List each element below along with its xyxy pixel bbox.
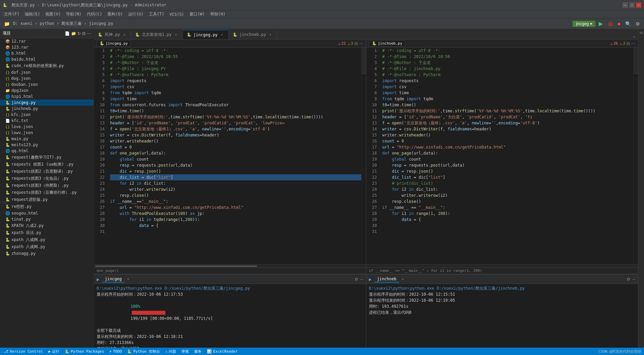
sidebar-item-meitupy[interactable]: 🐍meitu123.py	[0, 142, 94, 148]
sidebar-item-12rar[interactable]: 📦12.rar	[0, 38, 94, 44]
right-pane-settings-btn[interactable]: ⋯	[631, 41, 635, 46]
right-terminal-tab-jinchneb[interactable]: jinchneb	[374, 276, 399, 283]
left-terminal-tab-close[interactable]: ×	[127, 277, 129, 281]
left-code-lines[interactable]: # -*- coding = utf-8 -*- # -*-@Time : 20…	[107, 48, 361, 264]
sidebar-refresh-btn[interactable]: ↻	[77, 31, 81, 36]
tab-sishenly[interactable]: 🐍 死神.py ×	[94, 30, 131, 39]
sidebar-item-dofjson[interactable]: {}dof.json	[0, 69, 94, 75]
tab-jinchneb-close[interactable]: ×	[268, 32, 273, 37]
right-minimap-slider[interactable]	[634, 48, 638, 74]
right-terminal-content[interactable]: D:\xuexi2\python\python.exe D:/xuexi/pyt…	[366, 284, 638, 348]
tab-overflow-btn[interactable]: ⋯	[630, 35, 638, 39]
tab-jincgeg[interactable]: 🐍 jincgeg.py ×	[183, 30, 229, 39]
sidebar-item-sougouhtml[interactable]: 🌐sougou.html	[0, 210, 94, 216]
right-terminal-tab-close[interactable]: ×	[402, 277, 404, 281]
minimap-slider[interactable]	[362, 48, 366, 74]
status-excel-reader[interactable]: 📊 ExcelReader	[206, 349, 239, 354]
left-terminal-content[interactable]: D:\xuexi2\python\python.exe D:/xuexi/pyt…	[94, 284, 366, 348]
sidebar-item-123rar[interactable]: 📦123.rar	[0, 44, 94, 50]
tab-jincgeg-close[interactable]: ×	[220, 33, 224, 37]
tab-jinchneb[interactable]: 🐍 jinchneb.py ×	[229, 30, 277, 39]
sidebar-item-xpath82py[interactable]: 🐍XPATH 八成2.py	[0, 222, 94, 229]
sidebar-item-lowvjson[interactable]: {}lowv.json	[0, 130, 94, 136]
left-code-content[interactable]: 12345 678910 1112131415 1617181920 21222…	[94, 48, 366, 264]
sidebar-item-jincgegpy[interactable]: 🐍jincgeg.py	[0, 100, 94, 106]
menu-code[interactable]: 代码(C)	[84, 10, 105, 18]
right-scroll-bar[interactable]	[366, 264, 638, 267]
sidebar-item-requestpy[interactable]: 🐍request(趣数学习IT).py	[0, 154, 94, 161]
sidebar-item-qqhtml[interactable]: 🌐qq.html	[0, 148, 94, 154]
sidebar-item-jinchnebpy[interactable]: 🐍jinchneb.py	[0, 106, 94, 112]
sidebar-item-xpath8cpy[interactable]: 🐍xpath 八成网.py	[0, 236, 94, 243]
left-scroll-bar[interactable]	[94, 264, 366, 267]
sidebar-item-kfcjson[interactable]: {}kfc.json	[0, 112, 94, 118]
toolbar-settings-btn[interactable]: ⚙	[634, 20, 641, 27]
sidebar-new-folder-btn[interactable]: 📁	[71, 31, 76, 36]
sidebar-item-hzphtml[interactable]: 🌐hzp1.html	[0, 94, 94, 100]
menu-navigate[interactable]: 导航(N)	[63, 10, 84, 18]
menu-run[interactable]: 运行(U)	[125, 10, 146, 18]
sidebar-item-dogjson[interactable]: {}dog.json	[0, 75, 94, 81]
menu-edit[interactable]: 编辑(E)	[22, 10, 43, 18]
left-terminal-tab-jincgeg[interactable]: jincgeg	[102, 276, 124, 283]
sidebar-item-dpgjson[interactable]: 📁dpgJson	[0, 87, 94, 94]
sidebar-item-xpath8dpy[interactable]: 🐍xpath 八成网.py	[0, 243, 94, 250]
left-pane-fold-btn[interactable]: ⊟	[355, 41, 358, 46]
sidebar-collapse-btn[interactable]: ⊟	[82, 31, 86, 36]
title-bar-controls[interactable]: ─ □ ×	[623, 2, 641, 8]
right-terminal-settings-btn[interactable]: ⚙	[627, 277, 630, 282]
sidebar-item-lovejson[interactable]: {}love.json	[0, 124, 94, 130]
toolbar-run-btn[interactable]: ▶	[597, 20, 604, 27]
status-issues[interactable]: ⚠ 问题	[164, 349, 178, 354]
toolbar-folder-icon[interactable]: 📁	[3, 20, 11, 27]
status-todo[interactable]: ✔ TODO	[108, 349, 123, 354]
tab-beijing1-close[interactable]: ×	[174, 32, 178, 37]
sidebar-item-requestadvpy[interactable]: 🐍request进阶版.py	[0, 196, 94, 203]
left-terminal-settings-btn[interactable]: ⚙	[355, 277, 358, 282]
sidebar-item-csdnpy[interactable]: 🐍csdn_re模块的使用案例.py	[0, 62, 94, 69]
sidebar-item-baiduhtml[interactable]: 🌐baidu.html	[0, 56, 94, 62]
right-terminal-close-pane-btn[interactable]: ─	[632, 277, 635, 282]
sidebar-item-requests3cpy[interactable]: 🐍requests抓图3（豆瓣排行榜）.py	[0, 189, 94, 196]
sidebar-item-requests2py[interactable]: 🐍requests抓图2（百度翻译）.py	[0, 168, 94, 175]
right-pane-tab-jinchneb[interactable]: 🐍 jinchneb.py	[369, 40, 406, 47]
menu-tools[interactable]: 工具(T)	[146, 10, 167, 18]
status-services[interactable]: 服务	[193, 349, 203, 354]
menu-file[interactable]: 文件(F)	[1, 10, 22, 18]
tab-sishenly-close[interactable]: ×	[122, 32, 127, 37]
toolbar-search-btn[interactable]: 🔍	[624, 20, 632, 27]
maximize-btn[interactable]: □	[629, 2, 635, 8]
status-run[interactable]: ▶ 运行	[47, 349, 61, 354]
right-pane-fold-btn[interactable]: ⊟	[627, 41, 630, 46]
sidebar-item-bhtml[interactable]: 🌐b.html	[0, 50, 94, 56]
left-pane-settings-btn[interactable]: ⋯	[359, 41, 363, 46]
sidebar-item-xpathgrammarpy[interactable]: 🐍xpath 语法.py	[0, 229, 94, 236]
close-btn[interactable]: ×	[636, 2, 641, 8]
status-python-console[interactable]: 🐍 Python 控制台	[126, 349, 161, 354]
status-python-packages[interactable]: 🐍 Python Packages	[63, 349, 105, 354]
status-version-control[interactable]: ⎇ Version Control	[3, 349, 44, 354]
bookmarks-btn[interactable]: B	[639, 30, 643, 35]
sidebar-item-rethinkpy[interactable]: 🐍re想想.py	[0, 203, 94, 210]
toolbar-run-dropdown[interactable]: jincgeg ▾	[573, 21, 595, 27]
status-review[interactable]: 审视	[180, 349, 190, 354]
left-pane-tab-jincgeg[interactable]: 🐍 jincgeg.py	[97, 40, 131, 47]
right-code-content[interactable]: 12345 678910 1112131415 1617181920 21222…	[366, 48, 638, 264]
sidebar-item-requests3bpy[interactable]: 🐍requests抓图3（待爬取）.py	[0, 182, 94, 189]
tab-beijing1[interactable]: 🐍 北京新发地1.py ×	[131, 30, 183, 39]
sidebar-item-zhonaggpy[interactable]: 🐍zhonagg.py	[0, 250, 94, 256]
left-terminal-close-pane-btn[interactable]: ─	[360, 277, 363, 282]
menu-help[interactable]: 帮助(H)	[208, 10, 228, 18]
toolbar-stop-btn[interactable]: ■	[616, 20, 622, 27]
sidebar-item-requests1py[interactable]: 🐍requests 抓图1 (ua检测) .py	[0, 161, 94, 168]
toolbar-debug-btn[interactable]: 🐞	[606, 20, 614, 27]
sidebar-new-file-btn[interactable]: 📄	[65, 31, 70, 36]
menu-view[interactable]: 视图(V)	[43, 10, 63, 18]
sidebar-item-requests3py[interactable]: 🐍requests抓图3（化妆品）.py	[0, 175, 94, 182]
menu-vcs[interactable]: VCS(S)	[167, 10, 187, 18]
sidebar-settings-btn[interactable]: ⋯	[87, 31, 91, 36]
right-code-lines[interactable]: # -*- coding = utf-8 -*- # -*-@Time : 20…	[380, 48, 634, 264]
menu-window[interactable]: 窗口(W)	[187, 10, 208, 18]
sidebar-item-doubanjson[interactable]: {}douban.json	[0, 81, 94, 87]
menu-refactor[interactable]: 重构(O)	[105, 10, 125, 18]
